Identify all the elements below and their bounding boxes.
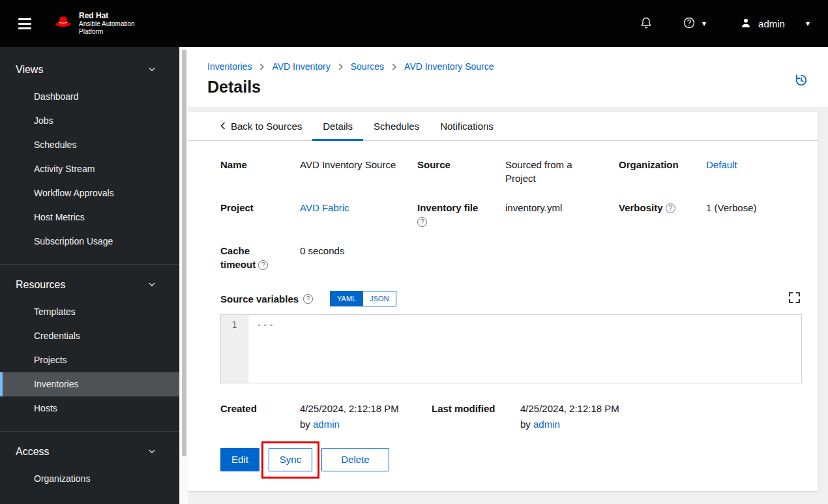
expand-arrows-icon [789, 295, 800, 305]
history-icon [794, 80, 808, 89]
sidebar-item-jobs[interactable]: Jobs [0, 109, 179, 133]
delete-button[interactable]: Delete [321, 448, 389, 471]
chevron-right-icon [391, 63, 397, 70]
scrollbar-thumb[interactable] [182, 50, 186, 456]
brand-line1: Red Hat [79, 12, 135, 21]
json-toggle-button[interactable]: JSON [363, 291, 396, 306]
sidebar-item-activity-stream[interactable]: Activity Stream [0, 157, 179, 181]
main-content: Inventories AVD Inventory Sources AVD In… [188, 47, 828, 504]
user-name-label: admin [758, 18, 785, 29]
sidebar-item-workflow-approvals[interactable]: Workflow Approvals [0, 181, 179, 205]
breadcrumb-link-sources[interactable]: Sources [351, 61, 384, 72]
sidebar-item-schedules[interactable]: Schedules [0, 133, 179, 157]
created-by-text: by [300, 419, 310, 430]
action-buttons: Edit Sync Delete [220, 448, 802, 471]
editor-content[interactable]: --- [248, 315, 282, 383]
sidebar-item-host-metrics[interactable]: Host Metrics [0, 205, 179, 230]
breadcrumb-link-avd-inventory-source[interactable]: AVD Inventory Source [404, 61, 494, 72]
field-label-source-variables: Source variables [220, 293, 299, 304]
edit-button[interactable]: Edit [220, 448, 259, 471]
nav-section-access: Access Organizations [0, 431, 179, 495]
field-value-source: Sourced from a Project [505, 158, 603, 185]
sidebar-item-organizations[interactable]: Organizations [0, 467, 179, 491]
nav-section-views: Views Dashboard Jobs Schedules Activity … [0, 55, 179, 258]
activity-history-button[interactable] [794, 73, 808, 89]
user-icon [740, 17, 752, 31]
page-title: Details [207, 78, 808, 96]
sidebar-item-credentials[interactable]: Credentials [0, 324, 179, 348]
details-card: Back to Sources Details Schedules Notifi… [188, 112, 818, 491]
sidebar-nav: Views Dashboard Jobs Schedules Activity … [0, 47, 179, 504]
field-value-verbosity: 1 (Verbose) [706, 201, 802, 228]
sidebar-item-dashboard[interactable]: Dashboard [0, 85, 179, 109]
redhat-hat-icon [53, 15, 73, 32]
yaml-toggle-button[interactable]: YAML [330, 291, 363, 306]
field-value-inventory-file: inventory.yml [505, 201, 603, 228]
chevron-down-icon: ▾ [806, 20, 810, 27]
tab-bar: Back to Sources Details Schedules Notifi… [188, 112, 818, 141]
field-label-project: Project [220, 201, 284, 228]
breadcrumb-link-avd-inventory[interactable]: AVD Inventory [272, 61, 330, 72]
source-variables-editor[interactable]: 1 --- [220, 314, 802, 383]
tab-notifications[interactable]: Notifications [430, 112, 504, 140]
sidebar-item-templates[interactable]: Templates [0, 300, 179, 324]
tab-schedules[interactable]: Schedules [363, 112, 430, 140]
redhat-brand-logo: Red Hat Ansible Automation Platform [53, 12, 135, 36]
field-label-organization: Organization [619, 158, 690, 185]
field-label-last-modified: Last modified [432, 402, 505, 431]
field-label-text: Cache timeout [220, 245, 256, 270]
modified-by-user-link[interactable]: admin [533, 419, 560, 430]
page-body: Back to Sources Details Schedules Notifi… [188, 107, 828, 504]
chevron-right-icon [338, 63, 344, 70]
tab-details[interactable]: Details [312, 112, 363, 140]
field-label-name: Name [220, 158, 284, 185]
help-icon[interactable]: ? [303, 294, 313, 304]
field-value-last-modified: 4/25/2024, 2:12:18 PM by admin [520, 402, 802, 431]
notifications-button[interactable] [640, 16, 653, 31]
sidebar-item-subscription-usage[interactable]: Subscription Usage [0, 230, 179, 254]
modified-by-text: by [520, 419, 531, 430]
breadcrumb: Inventories AVD Inventory Sources AVD In… [207, 61, 808, 72]
nav-section-toggle-views[interactable]: Views [0, 55, 179, 85]
chevron-down-icon [148, 446, 156, 458]
sidebar-item-hosts[interactable]: Hosts [0, 396, 179, 421]
project-link[interactable]: AVD Fabric [300, 202, 349, 213]
sidebar-scrollbar[interactable] [179, 47, 188, 504]
sidebar-item-inventories[interactable]: Inventories [0, 372, 179, 396]
sync-button[interactable]: Sync [269, 448, 312, 471]
help-icon[interactable]: ? [417, 217, 427, 227]
field-label-created: Created [220, 402, 284, 431]
page-header: Inventories AVD Inventory Sources AVD In… [188, 47, 828, 107]
help-icon[interactable]: ? [258, 260, 268, 270]
created-by-user-link[interactable]: admin [313, 419, 340, 430]
help-icon[interactable]: ? [666, 203, 675, 213]
source-variables-section: Source variables ? YAML JSON [220, 291, 802, 306]
field-label-cache-timeout: Cache timeout ? [220, 244, 284, 271]
nav-section-label: Views [16, 64, 43, 76]
chevron-down-icon [148, 279, 156, 291]
timestamps-section: Created 4/25/2024, 2:12:18 PM by admin L… [220, 402, 802, 431]
field-label-source: Source [417, 158, 490, 185]
field-value-created: 4/25/2024, 2:12:18 PM by admin [300, 402, 416, 431]
nav-toggle-button[interactable] [16, 14, 34, 33]
yaml-json-toggle: YAML JSON [330, 291, 396, 306]
tab-back-to-sources[interactable]: Back to Sources [210, 112, 312, 140]
organization-link[interactable]: Default [706, 159, 737, 170]
user-menu-button[interactable]: admin ▾ [740, 17, 810, 31]
detail-fields: Name AVD Inventory Source Source Sourced… [220, 158, 802, 271]
nav-section-toggle-resources[interactable]: Resources [0, 270, 179, 300]
app-window: Red Hat Ansible Automation Platform [0, 0, 828, 504]
help-menu-button[interactable]: ▾ [683, 16, 706, 31]
expand-editor-button[interactable] [788, 291, 801, 306]
masthead: Red Hat Ansible Automation Platform [0, 0, 828, 47]
field-label-inventory-file: Inventory file ? [417, 201, 490, 228]
question-circle-icon [683, 16, 696, 31]
created-datetime: 4/25/2024, 2:12:18 PM [300, 403, 399, 414]
brand-line2: Ansible Automation [79, 20, 135, 28]
chevron-left-icon [220, 121, 226, 132]
sidebar-item-projects[interactable]: Projects [0, 348, 179, 372]
field-label-text: Verbosity [619, 202, 663, 213]
nav-section-toggle-access[interactable]: Access [0, 437, 179, 467]
modified-datetime: 4/25/2024, 2:12:18 PM [520, 403, 619, 414]
breadcrumb-link-inventories[interactable]: Inventories [207, 61, 252, 72]
